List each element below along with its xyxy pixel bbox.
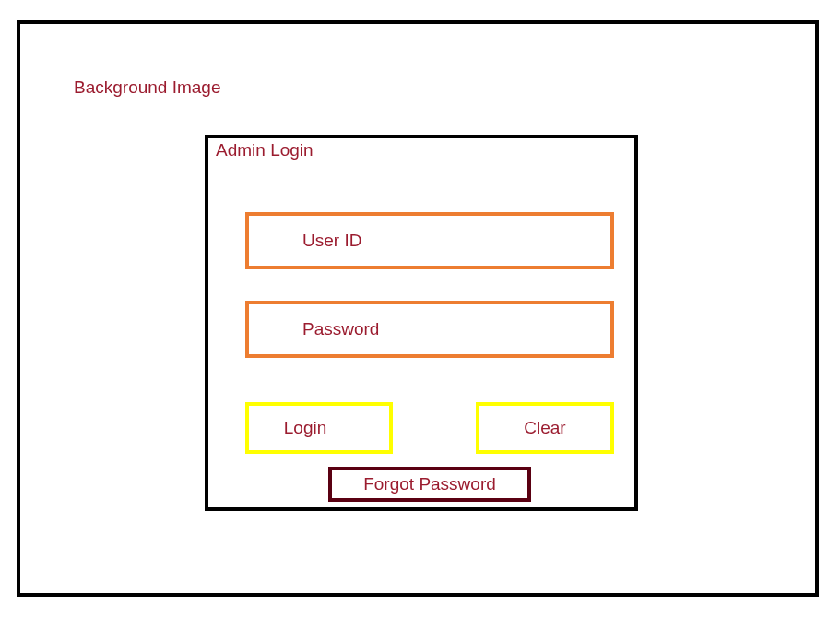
- clear-button[interactable]: Clear: [476, 402, 614, 454]
- user-id-label: User ID: [249, 231, 361, 251]
- user-id-field[interactable]: User ID: [245, 212, 614, 269]
- login-button-label: Login: [284, 418, 355, 438]
- clear-button-label: Clear: [524, 418, 565, 438]
- forgot-password-button[interactable]: Forgot Password: [328, 467, 531, 502]
- login-button[interactable]: Login: [245, 402, 393, 454]
- password-field[interactable]: Password: [245, 301, 614, 358]
- page-frame: Background Image Admin Login User ID Pas…: [17, 20, 819, 597]
- password-label: Password: [249, 319, 379, 339]
- forgot-password-label: Forgot Password: [363, 474, 496, 494]
- panel-title: Admin Login: [216, 140, 314, 161]
- admin-login-panel: Admin Login User ID Password Login Clear…: [205, 135, 638, 511]
- background-image-label: Background Image: [74, 77, 221, 98]
